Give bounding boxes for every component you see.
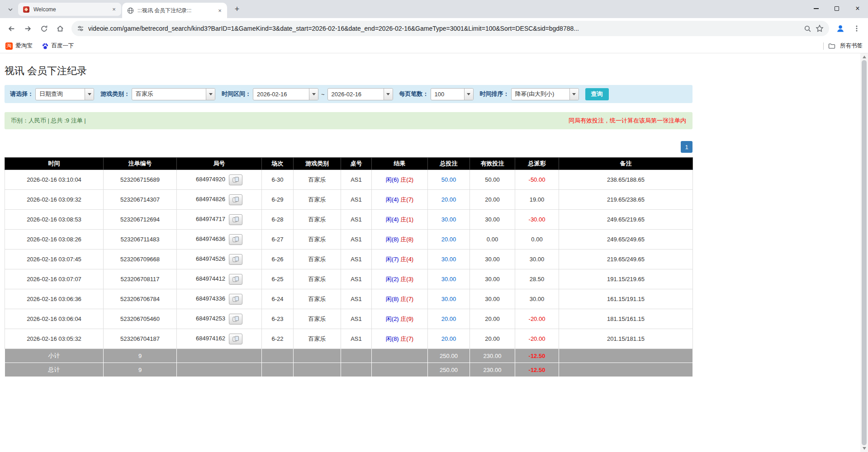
result-player[interactable]: 闲(8)	[386, 236, 399, 243]
result-banker[interactable]: 庄(3)	[400, 276, 413, 282]
chevron-down-icon[interactable]	[85, 89, 94, 100]
view-result-cards-icon[interactable]	[229, 274, 242, 285]
site-info-icon[interactable]	[77, 25, 84, 32]
cell-round: 684974162	[177, 329, 262, 349]
url-text[interactable]: videoie.com/game/betrecord_search/kind3?…	[88, 25, 800, 32]
view-result-cards-icon[interactable]	[229, 254, 242, 265]
search-button[interactable]: 查询	[585, 88, 609, 100]
address-bar[interactable]: videoie.com/game/betrecord_search/kind3?…	[71, 21, 829, 36]
cell-table-id: AS1	[341, 329, 372, 349]
cell-result: 闲(6) 庄(2)	[372, 170, 428, 190]
result-player[interactable]: 闲(6)	[386, 176, 399, 183]
result-banker[interactable]: 庄(7)	[400, 196, 413, 203]
view-result-cards-icon[interactable]	[229, 214, 242, 225]
cell-game-type: 百家乐	[294, 190, 341, 210]
page-scrollbar[interactable]	[860, 53, 868, 452]
chevron-down-icon[interactable]	[309, 89, 318, 100]
result-banker[interactable]: 庄(7)	[400, 335, 413, 342]
date-start-input[interactable]: 2026-02-16	[253, 88, 318, 100]
result-player[interactable]: 闲(2)	[386, 276, 399, 282]
page-1-button[interactable]: 1	[681, 141, 693, 153]
cell-session: 6-25	[262, 269, 294, 289]
column-header: 桌号	[341, 158, 372, 170]
bookmark-star-icon[interactable]	[816, 24, 824, 33]
cell-round: 684974412	[177, 269, 262, 289]
cell-note: 161.15/191.15	[559, 289, 693, 309]
scroll-up-icon[interactable]	[863, 56, 866, 58]
result-banker[interactable]: 庄(2)	[400, 176, 413, 183]
result-player[interactable]: 闲(4)	[386, 196, 399, 203]
cell-total-bet[interactable]: 50.00	[428, 170, 470, 190]
result-player[interactable]: 闲(8)	[386, 296, 399, 302]
all-bookmarks[interactable]: 所有书签	[823, 42, 863, 50]
cell-total-bet[interactable]: 20.00	[428, 309, 470, 329]
cell-note: 191.15/219.65	[559, 269, 693, 289]
chevron-down-icon[interactable]	[569, 89, 579, 100]
view-result-cards-icon[interactable]	[229, 334, 242, 344]
tab-welcome[interactable]: Welcome ×	[18, 3, 121, 16]
cell-total-bet[interactable]: 20.00	[428, 230, 470, 250]
view-result-cards-icon[interactable]	[229, 174, 242, 185]
forward-button[interactable]	[20, 21, 35, 36]
cell-table-id: AS1	[341, 289, 372, 309]
result-banker[interactable]: 庄(4)	[400, 256, 413, 263]
cell-total-bet[interactable]: 30.00	[428, 250, 470, 269]
cell-table-id: AS1	[341, 250, 372, 269]
view-result-cards-icon[interactable]	[229, 234, 242, 245]
result-player[interactable]: 闲(2)	[386, 315, 399, 322]
forward-icon	[24, 25, 32, 33]
cell-time: 2026-02-16 03:07:07	[5, 269, 104, 289]
reload-button[interactable]	[36, 21, 52, 36]
cell-total-bet[interactable]: 20.00	[428, 190, 470, 210]
cell-valid-bet: 50.00	[470, 170, 515, 190]
date-end-input[interactable]: 2026-02-16	[327, 88, 393, 100]
result-banker[interactable]: 庄(8)	[400, 236, 413, 243]
profile-avatar[interactable]	[833, 21, 848, 36]
result-player[interactable]: 闲(8)	[386, 335, 399, 342]
filter-label-range: 时间区间：	[222, 90, 251, 98]
result-player[interactable]: 闲(4)	[386, 216, 399, 223]
table-row: 2026-02-16 03:06:36523206706784684974336…	[5, 289, 693, 309]
result-banker[interactable]: 庄(1)	[400, 216, 413, 223]
maximize-button[interactable]	[826, 0, 847, 17]
cell-bet-id: 523206711483	[104, 230, 177, 250]
browser-menu-button[interactable]	[849, 21, 864, 36]
tab-search-button[interactable]	[5, 4, 16, 15]
result-player[interactable]: 闲(7)	[386, 256, 399, 263]
view-result-cards-icon[interactable]	[229, 194, 242, 205]
scrollbar-thumb[interactable]	[862, 60, 867, 445]
cell-total-bet[interactable]: 30.00	[428, 289, 470, 309]
per-page-select[interactable]: 100	[431, 88, 474, 100]
minimize-button[interactable]	[806, 0, 826, 17]
cell-total-bet[interactable]: 30.00	[428, 269, 470, 289]
game-type-select[interactable]: 百家乐	[132, 88, 215, 100]
home-button[interactable]	[52, 21, 68, 36]
cell-total-bet[interactable]: 20.00	[428, 329, 470, 349]
scroll-down-icon[interactable]	[863, 447, 866, 450]
view-result-cards-icon[interactable]	[229, 314, 242, 325]
column-header: 总投注	[428, 158, 470, 170]
view-result-cards-icon[interactable]	[229, 294, 242, 305]
cell-round: 684974253	[177, 309, 262, 329]
sort-order-select[interactable]: 降幂(由大到小)	[511, 88, 579, 100]
date-mode-select[interactable]: 日期查询	[35, 88, 94, 100]
new-tab-button[interactable]: +	[231, 3, 243, 15]
result-banker[interactable]: 庄(9)	[400, 315, 413, 322]
result-banker[interactable]: 庄(7)	[400, 296, 413, 302]
notice-text: 同局有效投注，统一计算在该局第一张注单内	[569, 117, 686, 125]
close-tab-icon[interactable]: ×	[110, 6, 118, 13]
bookmark-baidu[interactable]: 百度一下	[42, 42, 74, 50]
bookmarks-bar: 淘 爱淘宝 百度一下 所有书签	[0, 39, 868, 53]
chevron-down-icon[interactable]	[384, 89, 393, 100]
close-tab-icon[interactable]: ×	[216, 7, 223, 14]
cell-valid-bet: 30.00	[470, 289, 515, 309]
column-header: 结果	[372, 158, 428, 170]
chevron-down-icon[interactable]	[464, 89, 473, 100]
bookmark-aitaobao[interactable]: 淘 爱淘宝	[5, 42, 33, 50]
cell-total-bet[interactable]: 30.00	[428, 210, 470, 230]
chevron-down-icon[interactable]	[206, 89, 215, 100]
back-button[interactable]	[4, 21, 19, 36]
tab-bet-records[interactable]: :::视讯 会员下注纪录::: ×	[122, 3, 227, 18]
zoom-icon[interactable]	[804, 25, 811, 33]
close-window-button[interactable]: ×	[847, 0, 868, 17]
